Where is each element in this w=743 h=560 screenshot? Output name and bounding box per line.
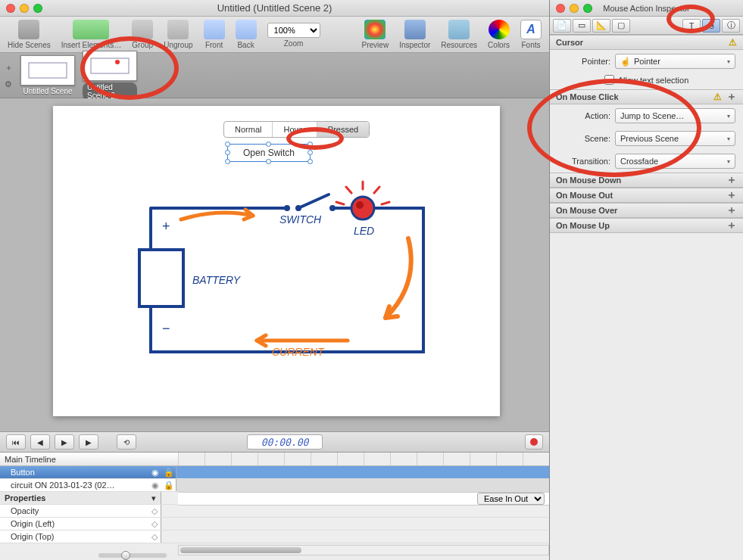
step-fwd-button[interactable]: ▶ <box>55 434 74 450</box>
svg-line-12 <box>374 187 379 193</box>
state-normal-tab[interactable]: Normal <box>224 122 273 137</box>
current-label: CURRENT <box>272 346 325 358</box>
thumbnail-icon <box>83 51 137 81</box>
svg-point-2 <box>115 60 120 64</box>
slider-knob[interactable] <box>121 551 130 560</box>
add-scene-button[interactable]: ＋ <box>5 62 13 73</box>
scrollbar-thumb[interactable] <box>180 547 301 553</box>
svg-point-9 <box>356 201 364 209</box>
tab-element[interactable]: ▢ <box>612 19 630 33</box>
lock-icon[interactable]: 🔒 <box>164 468 176 478</box>
on-mouse-up-section[interactable]: On Mouse Up ＋ <box>550 218 743 233</box>
svg-line-6 <box>298 194 329 208</box>
scene-strip: ＋ ⚙ Untitled Scene Untitled Scene 2 <box>0 53 549 98</box>
svg-line-14 <box>382 202 389 204</box>
pointer-select[interactable]: ☝ Pointer <box>615 54 735 69</box>
tab-mouse-action[interactable]: 🖱 <box>702 19 720 33</box>
add-action-button[interactable]: ＋ <box>726 204 737 217</box>
pointer-row: Pointer: ☝ Pointer <box>550 50 743 73</box>
zoom-slider[interactable] <box>98 553 167 558</box>
keyframe-icon[interactable]: ◇ <box>151 519 158 529</box>
scene-options-button[interactable]: ⚙ <box>5 79 13 89</box>
battery-label: BATTERY <box>192 274 242 286</box>
tab-metrics[interactable]: 📐 <box>592 19 610 33</box>
step-back-button[interactable]: ◀ <box>30 434 50 450</box>
eye-icon[interactable]: ◉ <box>151 481 164 490</box>
selected-element[interactable]: Open Switch <box>227 144 311 162</box>
loop-button[interactable]: ⟲ <box>117 434 136 450</box>
property-row[interactable]: Origin (Left) ◇ <box>0 518 549 530</box>
switch-label: SWITCH <box>279 213 322 226</box>
on-mouse-out-section[interactable]: On Mouse Out ＋ <box>550 188 743 203</box>
preview-button[interactable]: Preview <box>359 20 392 49</box>
hide-scenes-button[interactable]: Hide Scenes <box>5 20 54 49</box>
add-action-button[interactable]: ＋ <box>726 188 737 202</box>
state-pressed-tab[interactable]: Pressed <box>317 122 369 137</box>
timeline-row-button[interactable]: Button ◉ 🔒 <box>0 466 549 479</box>
stage[interactable]: Normal Hover Pressed Open Switch <box>53 106 500 416</box>
svg-rect-3 <box>139 250 183 306</box>
canvas-area[interactable]: Normal Hover Pressed Open Switch <box>0 98 549 431</box>
fonts-button[interactable]: A Fonts <box>517 20 545 49</box>
add-action-button[interactable]: ＋ <box>726 173 737 187</box>
ungroup-icon <box>167 20 189 39</box>
zoom-select[interactable]: 100% <box>267 23 320 38</box>
transition-select[interactable]: Crossfade <box>615 154 735 169</box>
allow-text-selection-checkbox[interactable] <box>604 75 614 85</box>
front-button[interactable]: Front <box>201 20 228 49</box>
keyframe-icon[interactable]: ◇ <box>151 506 158 516</box>
record-button[interactable] <box>525 434 543 450</box>
pointer-icon: ☝ <box>620 57 631 67</box>
eye-icon[interactable]: ◉ <box>151 468 164 478</box>
zoom-control[interactable]: 100% Zoom <box>264 21 323 48</box>
scene-row: Scene: Previous Scene <box>550 127 743 150</box>
easing-select[interactable]: Ease In Out <box>477 493 545 505</box>
tab-identity[interactable]: ⓘ <box>722 19 740 33</box>
add-action-button[interactable]: ＋ <box>726 90 737 104</box>
browser-icon <box>364 20 386 39</box>
main-window: Untitled (Untitled Scene 2) Hide Scenes … <box>0 0 549 560</box>
scene-thumb-1[interactable]: Untitled Scene <box>20 55 75 95</box>
svg-point-4 <box>284 205 290 211</box>
plus-label: + <box>162 219 170 234</box>
warning-icon: ⚠ <box>713 92 722 102</box>
on-mouse-click-section: On Mouse Click ⚠ ＋ <box>550 89 743 104</box>
skip-start-button[interactable]: ⏮ <box>6 434 26 450</box>
inspector-button[interactable]: Inspector <box>396 20 433 49</box>
ungroup-button[interactable]: Ungroup <box>161 20 195 49</box>
on-mouse-down-section[interactable]: On Mouse Down ＋ <box>550 173 743 188</box>
on-mouse-over-section[interactable]: On Mouse Over ＋ <box>550 203 743 218</box>
stack-icon <box>18 20 39 39</box>
thumbnail-icon <box>20 55 75 86</box>
inspector-title: Mouse Action Inspector <box>550 4 743 13</box>
time-display: 00:00.00 <box>247 434 323 450</box>
window-title: Untitled (Untitled Scene 2) <box>0 2 549 14</box>
scene-select[interactable]: Previous Scene <box>615 131 735 146</box>
property-row[interactable]: Origin (Top) ◇ <box>0 530 549 543</box>
lock-icon[interactable]: 🔒 <box>164 481 176 490</box>
property-row[interactable]: Opacity ◇ <box>0 505 549 518</box>
keyframe-icon[interactable]: ◇ <box>151 532 158 542</box>
group-button[interactable]: Group <box>129 20 156 49</box>
tab-text[interactable]: T <box>682 19 701 33</box>
timeline-scrollbar[interactable] <box>178 545 549 555</box>
action-select[interactable]: Jump to Scene… <box>615 108 735 123</box>
timeline-ruler[interactable] <box>178 453 549 466</box>
add-action-button[interactable]: ＋ <box>726 219 737 232</box>
resources-button[interactable]: Resources <box>438 20 480 49</box>
back-button[interactable]: Back <box>233 20 260 49</box>
play-button[interactable]: ▶ <box>79 434 98 450</box>
chevron-down-icon: ▾ <box>151 493 156 503</box>
scene-thumb-2[interactable]: Untitled Scene 2 <box>83 51 137 101</box>
easing-row: Ease In Out <box>178 492 549 506</box>
colors-button[interactable]: Colors <box>485 20 513 49</box>
svg-rect-0 <box>29 63 67 78</box>
tab-document[interactable]: 📄 <box>553 19 571 33</box>
insert-elements-button[interactable]: Insert Elements… <box>58 20 124 49</box>
state-hover-tab[interactable]: Hover <box>273 122 317 137</box>
timeline-row-circuit[interactable]: circuit ON 2013-01-23 (02… ◉ 🔒 <box>0 479 549 492</box>
svg-rect-1 <box>91 58 129 73</box>
inspector-icon <box>404 20 426 39</box>
circuit-diagram: SWITCH LED BATTERY CURRENT + − <box>136 178 439 371</box>
tab-scene[interactable]: ▭ <box>573 19 591 33</box>
